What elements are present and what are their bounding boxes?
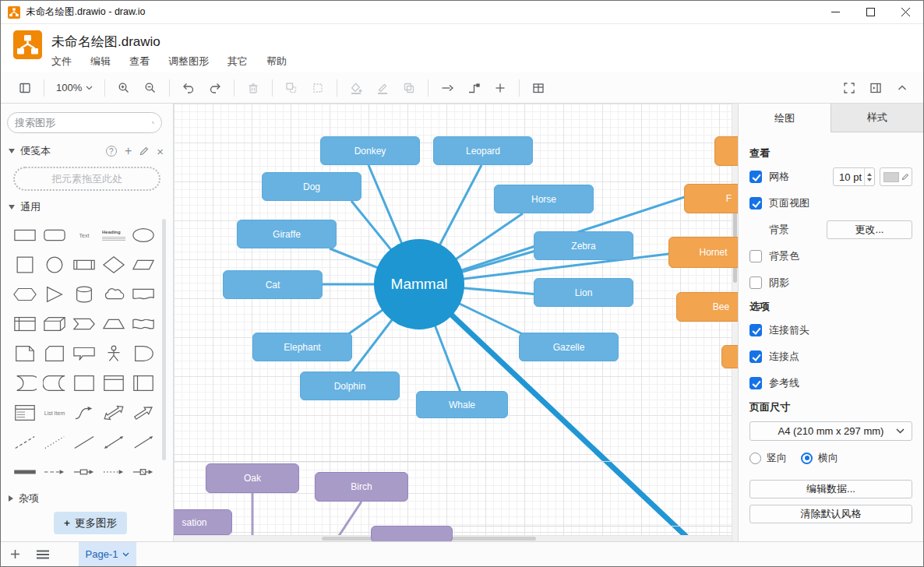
tab-style[interactable]: 样式	[831, 104, 923, 132]
diagram-node-birch[interactable]: Birch	[315, 472, 408, 502]
shape-edge-with-symbol[interactable]	[129, 457, 158, 487]
diagram-node[interactable]	[721, 345, 738, 368]
diagram-node-sation[interactable]: sation	[174, 509, 232, 535]
shape-callout[interactable]	[69, 339, 99, 368]
shape-note[interactable]	[10, 339, 40, 368]
shape-document[interactable]	[129, 280, 158, 309]
shape-actor[interactable]	[99, 339, 129, 368]
add-icon[interactable]: +	[125, 144, 132, 158]
connection-points-checkbox[interactable]	[749, 350, 762, 363]
shape-bidirectional-connector[interactable]	[99, 428, 129, 457]
menu-0[interactable]: 文件	[51, 55, 72, 69]
undo-icon[interactable]	[175, 77, 202, 99]
diagram-node-horse[interactable]: Horse	[494, 185, 594, 213]
shape-container[interactable]	[69, 368, 99, 398]
shape-link[interactable]	[10, 457, 40, 487]
table-icon[interactable]	[525, 77, 552, 99]
shape-card[interactable]	[40, 339, 69, 368]
diagram-node-oak[interactable]: Oak	[206, 463, 299, 493]
shape-hexagon[interactable]	[10, 280, 40, 309]
grid-size-input[interactable]: 10 pt	[833, 167, 875, 186]
shape-heading[interactable]: Heading	[99, 220, 129, 250]
shape-cube[interactable]	[40, 309, 69, 339]
menu-3[interactable]: 调整图形	[168, 55, 209, 69]
shape-diamond[interactable]	[99, 250, 129, 280]
diagram-node-lion[interactable]: Lion	[534, 278, 633, 307]
shape-frame[interactable]	[99, 368, 129, 398]
page-view-checkbox[interactable]	[749, 197, 762, 210]
edit-data-button[interactable]: 编辑数据...	[749, 480, 912, 498]
diagram-node[interactable]	[371, 526, 453, 541]
collapse-toolbar-icon[interactable]	[889, 77, 915, 99]
shape-and[interactable]	[10, 368, 40, 398]
shape-rounded-rectangle[interactable]	[40, 220, 69, 250]
diagram-node-leopard[interactable]: Leopard	[433, 136, 533, 165]
diagram-node-whale[interactable]: Whale	[416, 391, 508, 418]
shape-arrow[interactable]	[129, 398, 158, 428]
shape-trapezoid[interactable]	[99, 309, 129, 339]
landscape-radio[interactable]	[801, 453, 813, 464]
sidebar-scrollbar[interactable]	[162, 219, 166, 460]
shape-curve[interactable]	[69, 398, 99, 428]
scratchpad-section-header[interactable]: 便笺本 ? + ×	[1, 138, 173, 161]
diagram-node-dog[interactable]: Dog	[262, 172, 361, 201]
spinner-icon[interactable]	[864, 168, 874, 185]
misc-section-header[interactable]: 杂项	[9, 491, 39, 505]
shape-cloud[interactable]	[99, 280, 129, 309]
shape-process[interactable]	[69, 250, 99, 280]
shape-list[interactable]	[10, 398, 40, 428]
diagram-node-giraffe[interactable]: Giraffe	[237, 220, 337, 248]
canvas-hscrollbar[interactable]	[174, 535, 732, 541]
diagram-node-donkey[interactable]: Donkey	[320, 136, 420, 165]
general-section-header[interactable]: 通用	[1, 194, 173, 217]
shape-internal-storage[interactable]	[10, 309, 40, 339]
shape-parallelogram[interactable]	[129, 250, 158, 280]
zoom-level-dropdown[interactable]: 100%	[50, 77, 99, 99]
pages-menu-button[interactable]	[29, 542, 57, 566]
toggle-format-panel-icon[interactable]	[862, 77, 889, 99]
shape-text[interactable]: Text	[69, 220, 99, 250]
shape-list-item[interactable]: List Item	[40, 398, 69, 428]
shape-cylinder[interactable]	[69, 280, 99, 309]
diagram-node-elephant[interactable]: Elephant	[252, 333, 352, 361]
portrait-radio[interactable]	[749, 453, 761, 464]
add-page-button[interactable]	[1, 542, 29, 566]
shape-dashed-line[interactable]	[10, 428, 40, 457]
grid-checkbox[interactable]	[749, 171, 762, 183]
insert-icon[interactable]	[487, 77, 513, 99]
page-size-select[interactable]: A4 (210 mm x 297 mm)	[749, 421, 912, 441]
tab-diagram[interactable]: 绘图	[739, 104, 831, 132]
edit-icon[interactable]	[139, 146, 149, 156]
menu-5[interactable]: 帮助	[266, 55, 287, 69]
minimize-button[interactable]	[818, 1, 853, 23]
waypoints-icon[interactable]	[460, 77, 487, 99]
grid-color-button[interactable]	[880, 167, 912, 186]
connection-icon[interactable]	[434, 77, 460, 99]
shape-search[interactable]	[7, 112, 162, 133]
connection-arrows-checkbox[interactable]	[749, 324, 762, 336]
diagram-node-dolphin[interactable]: Dolphin	[300, 372, 400, 400]
menu-4[interactable]: 其它	[227, 55, 248, 69]
shape-dotted-edge[interactable]	[99, 457, 129, 487]
toggle-outline-icon[interactable]	[12, 77, 38, 99]
shape-rectangle[interactable]	[10, 220, 40, 250]
shape-tape[interactable]	[129, 309, 158, 339]
diagram-node-f[interactable]: F	[684, 184, 738, 213]
shape-step[interactable]	[69, 309, 99, 339]
shape-or[interactable]	[129, 339, 158, 368]
menu-1[interactable]: 编辑	[90, 55, 111, 69]
page-tab[interactable]: Page-1	[79, 542, 136, 566]
shape-line[interactable]	[69, 428, 99, 457]
shape-ellipse[interactable]	[129, 220, 158, 250]
diagram-node-bee[interactable]: Bee	[676, 292, 738, 322]
shape-square[interactable]	[10, 250, 40, 280]
clear-default-style-button[interactable]: 清除默认风格	[749, 505, 912, 523]
fullscreen-icon[interactable]	[836, 77, 862, 99]
diagram-node-mammal-hub[interactable]: Mammal	[374, 239, 464, 329]
shape-circle[interactable]	[40, 250, 69, 280]
canvas-vscrollbar[interactable]	[732, 104, 738, 541]
close-button[interactable]	[888, 1, 923, 23]
redo-icon[interactable]	[202, 77, 228, 99]
help-icon[interactable]: ?	[106, 146, 117, 157]
zoom-in-icon[interactable]	[111, 77, 137, 99]
